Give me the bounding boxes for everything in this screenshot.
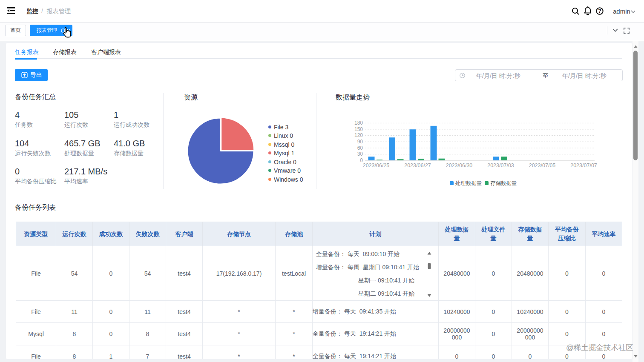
svg-text:60: 60 — [357, 145, 363, 151]
svg-text:2023/06/27: 2023/06/27 — [404, 162, 431, 168]
svg-text:180: 180 — [354, 120, 363, 126]
svg-text:2023/07/05: 2023/07/05 — [529, 162, 556, 168]
svg-text:150: 150 — [354, 126, 363, 132]
svg-text:?: ? — [598, 8, 601, 14]
svg-text:2023/07/07: 2023/07/07 — [570, 162, 597, 168]
svg-text:2023/06/25: 2023/06/25 — [363, 162, 390, 168]
svg-text:2023/07/03: 2023/07/03 — [487, 162, 514, 168]
svg-text:存储数据量: 存储数据量 — [490, 180, 517, 186]
svg-text:30: 30 — [357, 151, 363, 157]
svg-text:120: 120 — [354, 132, 363, 138]
svg-text:2023/06/30: 2023/06/30 — [446, 162, 473, 168]
svg-text:处理数据量: 处理数据量 — [455, 180, 482, 186]
svg-text:90: 90 — [357, 139, 363, 145]
